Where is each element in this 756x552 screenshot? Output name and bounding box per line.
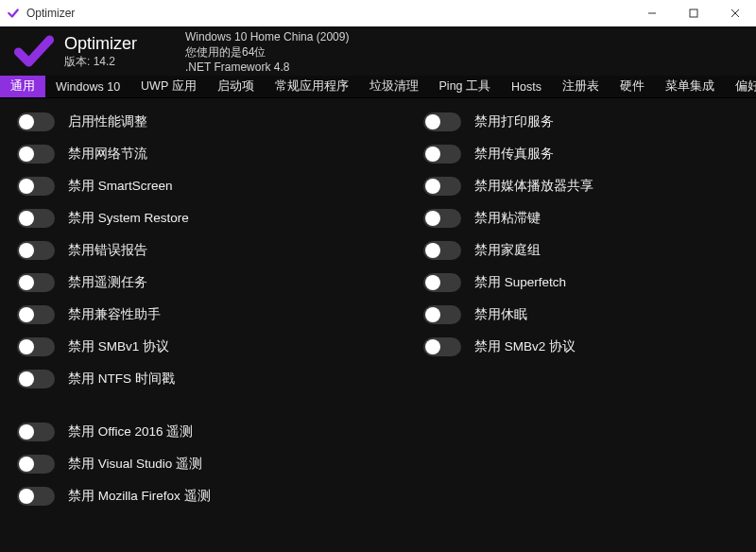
toggle-label: 禁用 Visual Studio 遥测 [68, 456, 202, 473]
toggle-switch[interactable] [17, 241, 55, 260]
toggle-label: 禁用 SmartScreen [68, 178, 173, 195]
toggles-column-right: 禁用打印服务禁用传真服务禁用媒体播放器共享禁用粘滞键禁用家庭组禁用 Superf… [423, 106, 735, 552]
toggle-switch[interactable] [17, 370, 55, 388]
toggle-row-la-4: 禁用错误报告 [17, 234, 423, 267]
tab-0[interactable]: 通用 [0, 76, 45, 97]
app-header: Optimizer 版本: 14.2 Windows 10 Home China… [0, 26, 756, 76]
tab-6[interactable]: Ping 工具 [429, 76, 502, 97]
toggle-label: 禁用粘滞键 [474, 210, 541, 227]
toggle-label: 禁用网络节流 [68, 146, 147, 163]
toggle-label: 禁用 NTFS 时间戳 [68, 371, 175, 388]
toggle-label: 禁用休眠 [474, 306, 527, 323]
toggle-switch[interactable] [423, 241, 461, 260]
toggle-row-lb-1: 禁用 Visual Studio 遥测 [17, 448, 423, 480]
toggle-row-lb-2: 禁用 Mozilla Firefox 遥测 [17, 480, 423, 512]
toggle-row-lb-0: 禁用 Office 2016 遥测 [17, 416, 423, 448]
toggle-label: 禁用 SMBv2 协议 [474, 338, 576, 355]
tab-8[interactable]: 注册表 [552, 76, 610, 97]
toggle-label: 禁用 SMBv1 协议 [68, 338, 169, 355]
tab-11[interactable]: 偏好选项 [725, 76, 756, 97]
toggle-switch[interactable] [17, 145, 55, 164]
content-area: 启用性能调整禁用网络节流禁用 SmartScreen禁用 System Rest… [0, 98, 756, 552]
tab-1[interactable]: Windows 10 [45, 76, 130, 97]
toggle-row-r-2: 禁用媒体播放器共享 [423, 170, 735, 202]
toggle-row-r-5: 禁用 Superfetch [423, 267, 735, 299]
toggle-switch[interactable] [17, 305, 55, 324]
toggle-switch[interactable] [17, 487, 55, 506]
toggle-switch[interactable] [17, 273, 55, 292]
toggle-switch[interactable] [423, 177, 461, 196]
tab-7[interactable]: Hosts [501, 76, 552, 97]
toggle-row-la-2: 禁用 SmartScreen [17, 170, 423, 202]
toggle-switch[interactable] [17, 112, 55, 131]
toggle-row-la-5: 禁用遥测任务 [17, 267, 423, 299]
app-icon [6, 6, 21, 21]
minimize-button[interactable] [631, 0, 673, 26]
close-button[interactable] [714, 0, 756, 26]
toggle-label: 禁用打印服务 [474, 113, 554, 130]
toggle-row-r-7: 禁用 SMBv2 协议 [423, 331, 735, 363]
toggle-switch[interactable] [17, 455, 55, 474]
tab-5[interactable]: 垃圾清理 [359, 76, 429, 97]
tab-4[interactable]: 常规应用程序 [265, 76, 359, 97]
toggle-switch[interactable] [423, 209, 461, 228]
toggle-row-la-0: 启用性能调整 [17, 106, 423, 138]
app-name: Optimizer [64, 34, 159, 54]
toggle-switch[interactable] [423, 305, 461, 324]
toggle-row-r-1: 禁用传真服务 [423, 138, 735, 170]
tab-3[interactable]: 启动项 [207, 76, 265, 97]
toggle-row-r-4: 禁用家庭组 [423, 234, 735, 267]
dotnet-info: .NET Framework 4.8 [185, 60, 349, 75]
toggle-label: 禁用遥测任务 [68, 274, 147, 291]
tab-10[interactable]: 菜单集成 [655, 76, 725, 97]
maximize-button[interactable] [673, 0, 714, 26]
window-title: Optimizer [26, 7, 75, 20]
toggle-switch[interactable] [17, 209, 55, 228]
arch-info: 您使用的是64位 [185, 44, 349, 60]
app-title-block: Optimizer 版本: 14.2 [64, 34, 159, 70]
toggle-label: 禁用错误报告 [68, 242, 147, 259]
toggle-row-r-6: 禁用休眠 [423, 299, 735, 331]
toggle-label: 禁用 Office 2016 遥测 [68, 423, 193, 440]
toggle-label: 禁用兼容性助手 [68, 306, 161, 323]
toggle-label: 禁用传真服务 [474, 146, 554, 163]
toggle-switch[interactable] [423, 145, 461, 164]
toggle-row-r-3: 禁用粘滞键 [423, 202, 735, 234]
toggle-switch[interactable] [423, 273, 461, 292]
toggle-row-la-1: 禁用网络节流 [17, 138, 423, 170]
toggle-row-la-6: 禁用兼容性助手 [17, 299, 423, 331]
toggle-row-r-0: 禁用打印服务 [423, 106, 735, 138]
toggle-row-la-8: 禁用 NTFS 时间戳 [17, 363, 423, 395]
toggle-switch[interactable] [423, 337, 461, 356]
toggle-label: 禁用 Superfetch [474, 274, 566, 291]
tab-9[interactable]: 硬件 [610, 76, 655, 97]
tab-2[interactable]: UWP 应用 [130, 76, 206, 97]
tab-strip: 通用Windows 10UWP 应用启动项常规应用程序垃圾清理Ping 工具Ho… [0, 76, 756, 98]
toggle-switch[interactable] [17, 337, 55, 356]
app-version: 版本: 14.2 [64, 54, 159, 70]
toggle-switch[interactable] [423, 112, 461, 131]
toggle-label: 禁用 Mozilla Firefox 遥测 [68, 488, 211, 505]
svg-rect-1 [690, 9, 697, 17]
logo-check-icon [13, 31, 55, 73]
toggle-label: 禁用 System Restore [68, 210, 189, 227]
os-info: Windows 10 Home China (2009) [185, 29, 349, 44]
toggles-column-left: 启用性能调整禁用网络节流禁用 SmartScreen禁用 System Rest… [17, 106, 423, 552]
toggle-label: 启用性能调整 [68, 113, 147, 130]
toggle-switch[interactable] [17, 423, 55, 441]
toggle-switch[interactable] [17, 177, 55, 196]
app-body: Optimizer 版本: 14.2 Windows 10 Home China… [0, 26, 756, 552]
toggle-row-la-7: 禁用 SMBv1 协议 [17, 331, 423, 363]
toggle-label: 禁用家庭组 [474, 242, 541, 259]
system-info: Windows 10 Home China (2009) 您使用的是64位 .N… [185, 29, 349, 76]
window-titlebar: Optimizer [0, 0, 756, 26]
toggle-label: 禁用媒体播放器共享 [474, 178, 593, 195]
toggle-row-la-3: 禁用 System Restore [17, 202, 423, 234]
